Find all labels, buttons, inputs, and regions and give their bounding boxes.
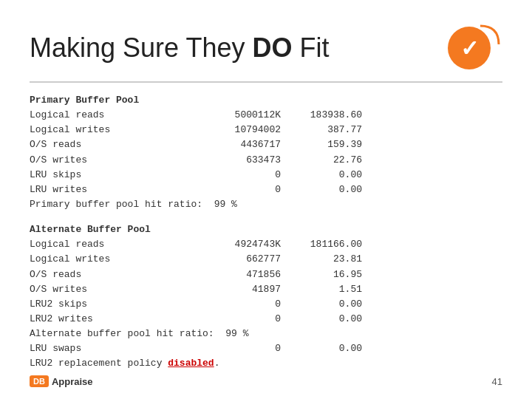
alternate-row-1: Logical writes66277723.81 xyxy=(30,252,502,267)
primary-hit-ratio: Primary buffer pool hit ratio: 99 % xyxy=(30,197,502,212)
primary-buffer-section: Primary Buffer Pool Logical reads5000112… xyxy=(30,93,502,212)
header: Making Sure They DO Fit xyxy=(30,22,502,74)
lru2-policy-row: LRU2 replacement policy disabled. xyxy=(30,356,502,371)
footer: DBAppraise 41 xyxy=(30,375,502,387)
header-divider xyxy=(30,81,502,83)
alternate-row-2: O/S reads47185616.95 xyxy=(30,267,502,282)
logo-db-text: DB xyxy=(30,375,49,387)
primary-row-3: O/S writes63347322.76 xyxy=(30,153,502,168)
logo-area: DBAppraise xyxy=(30,375,93,387)
alternate-row-4: LRU2 skips00.00 xyxy=(30,297,502,312)
primary-row-2: O/S reads4436717159.39 xyxy=(30,137,502,152)
primary-row-4: LRU skips00.00 xyxy=(30,168,502,183)
alternate-row-3: O/S writes418971.51 xyxy=(30,282,502,297)
primary-row-1: Logical writes10794002387.77 xyxy=(30,123,502,137)
logo-appraise-text: Appraise xyxy=(52,376,93,387)
alternate-hit-ratio: Alternate buffer pool hit ratio: 99 % xyxy=(30,327,502,341)
alternate-row-5: LRU2 writes00.00 xyxy=(30,312,502,327)
page-title: Making Sure They DO Fit xyxy=(30,33,329,64)
alternate-buffer-section: Alternate Buffer Pool Logical reads49247… xyxy=(30,222,502,371)
alternate-row-0: Logical reads4924743K181166.00 xyxy=(30,237,502,252)
primary-section-label: Primary Buffer Pool xyxy=(30,93,502,108)
checkmark-icon xyxy=(443,22,502,74)
primary-row-5: LRU writes00.00 xyxy=(30,183,502,197)
page-number: 41 xyxy=(492,376,502,387)
primary-row-0: Logical reads5000112K183938.60 xyxy=(30,108,502,123)
check-circle xyxy=(448,27,491,69)
main-page: Making Sure They DO Fit Primary Buffer P… xyxy=(0,0,532,399)
alternate-swaps-row: LRU swaps 0 0.00 xyxy=(30,341,502,356)
alternate-section-label: Alternate Buffer Pool xyxy=(30,222,502,237)
